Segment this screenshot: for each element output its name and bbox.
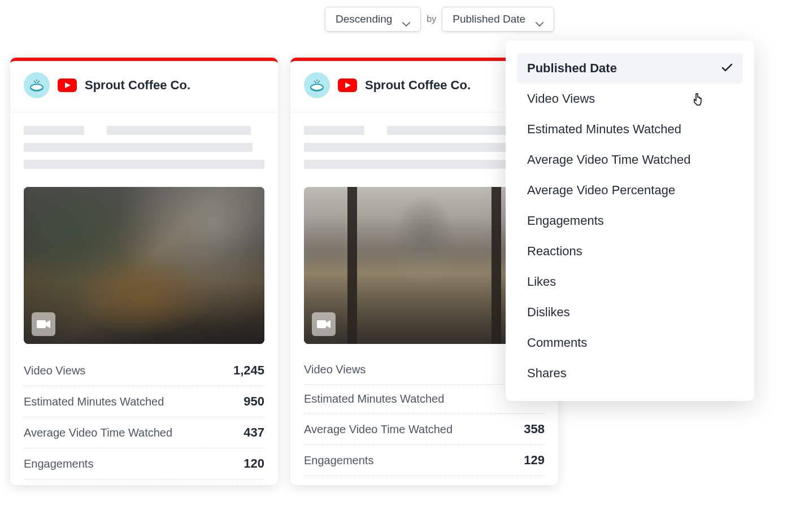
svg-point-10 (316, 80, 317, 81)
dropdown-item-label: Video Views (527, 91, 595, 106)
svg-point-12 (315, 82, 316, 83)
metric-label: Video Views (24, 364, 85, 377)
metric-label: Estimated Minutes Watched (304, 393, 444, 405)
channel-logo (304, 72, 330, 98)
svg-rect-15 (317, 320, 326, 328)
sort-direction-label: Descending (336, 13, 392, 25)
dropdown-item-avg-video-time[interactable]: Average Video Time Watched (517, 145, 743, 175)
svg-point-3 (38, 81, 40, 82)
svg-rect-7 (37, 320, 46, 328)
dropdown-item-published-date[interactable]: Published Date (517, 53, 743, 84)
svg-point-11 (319, 81, 320, 82)
svg-point-2 (36, 80, 37, 81)
video-icon (312, 312, 336, 336)
metric-label: Video Views (304, 363, 366, 376)
svg-point-1 (34, 81, 35, 82)
cursor-pointer-icon (691, 93, 704, 110)
youtube-icon (58, 79, 77, 92)
svg-point-4 (35, 82, 36, 83)
svg-point-5 (37, 82, 38, 83)
channel-name: Sprout Coffee Co. (85, 78, 190, 93)
dropdown-item-label: Engagements (527, 213, 604, 228)
metric-value: 120 (243, 456, 264, 471)
channel-name: Sprout Coffee Co. (365, 78, 471, 93)
sort-direction-dropdown[interactable]: Descending (325, 7, 421, 32)
svg-point-13 (317, 82, 319, 83)
sort-by-label: by (427, 14, 436, 24)
video-thumbnail[interactable] (24, 187, 264, 344)
metric-label: Average Video Time Watched (304, 423, 453, 436)
metric-label: Engagements (304, 454, 373, 467)
dropdown-item-label: Dislikes (527, 305, 570, 320)
metric-row: Average Video Time Watched 437 (24, 417, 264, 448)
sort-field-label: Published Date (453, 13, 525, 25)
dropdown-item-estimated-minutes[interactable]: Estimated Minutes Watched (517, 114, 743, 145)
dropdown-item-label: Comments (527, 335, 587, 350)
metric-value: 437 (243, 425, 264, 440)
dropdown-item-dislikes[interactable]: Dislikes (517, 297, 743, 328)
metric-row: Video Views 1,245 (24, 355, 264, 386)
channel-logo (24, 72, 50, 98)
youtube-icon (338, 79, 357, 92)
dropdown-item-label: Reactions (527, 244, 582, 259)
dropdown-item-label: Average Video Percentage (527, 183, 675, 198)
dropdown-item-label: Average Video Time Watched (527, 152, 690, 167)
metric-row: Estimated Minutes Watched 950 (24, 386, 264, 417)
sort-field-dropdown[interactable]: Published Date (442, 7, 554, 32)
metric-label: Estimated Minutes Watched (24, 395, 164, 408)
dropdown-item-label: Shares (527, 366, 567, 381)
chevron-down-icon (536, 17, 543, 21)
dropdown-item-label: Estimated Minutes Watched (527, 122, 681, 137)
dropdown-item-engagements[interactable]: Engagements (517, 206, 743, 236)
metric-label: Average Video Time Watched (24, 426, 172, 439)
dropdown-item-label: Published Date (527, 61, 617, 76)
dropdown-item-label: Likes (527, 274, 556, 289)
placeholder-title (10, 112, 278, 182)
metric-value: 129 (524, 453, 545, 468)
dropdown-item-video-views[interactable]: Video Views (517, 84, 743, 114)
video-card: Sprout Coffee Co. Video Views 1,245 Esti… (10, 58, 278, 485)
metric-value: 1,245 (233, 363, 264, 378)
metric-row: Average Video Time Watched 358 (304, 414, 545, 445)
sort-field-menu: Published Date Video Views Estimated Min… (506, 41, 754, 401)
dropdown-item-reactions[interactable]: Reactions (517, 236, 743, 267)
chevron-down-icon (402, 17, 410, 21)
dropdown-item-avg-video-percentage[interactable]: Average Video Percentage (517, 175, 743, 206)
svg-point-9 (314, 81, 315, 82)
metric-value: 950 (243, 394, 264, 409)
metric-row: Engagements 120 (24, 448, 264, 479)
metric-row: Engagements 129 (304, 445, 545, 476)
dropdown-item-shares[interactable]: Shares (517, 358, 743, 389)
check-icon (721, 61, 733, 76)
metric-value: 358 (524, 422, 545, 437)
dropdown-item-likes[interactable]: Likes (517, 267, 743, 297)
metrics-list: Video Views 1,245 Estimated Minutes Watc… (10, 355, 278, 485)
dropdown-item-comments[interactable]: Comments (517, 328, 743, 358)
card-header: Sprout Coffee Co. (10, 61, 278, 112)
cards-container: Sprout Coffee Co. Video Views 1,245 Esti… (10, 58, 558, 485)
metric-label: Engagements (24, 457, 93, 470)
sort-controls: Descending by Published Date (325, 7, 554, 32)
video-icon (32, 312, 55, 336)
